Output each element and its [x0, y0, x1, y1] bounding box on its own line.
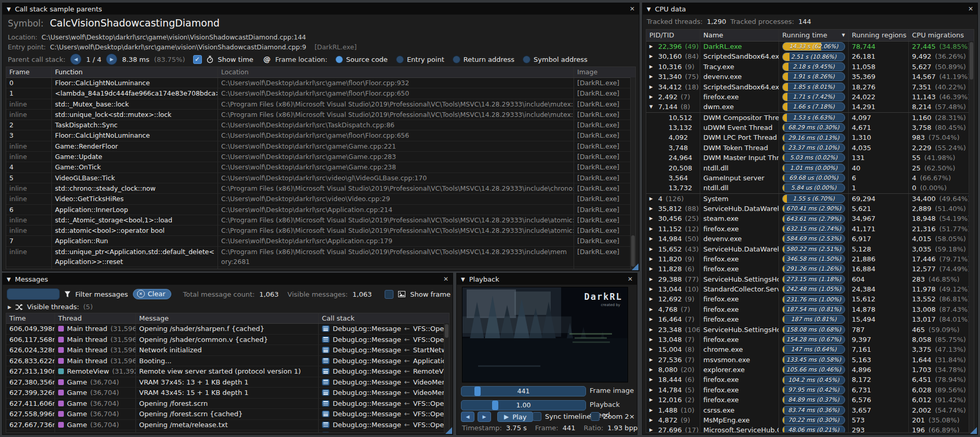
expand-icon[interactable]: ▶: [649, 194, 655, 204]
cpu-process-row[interactable]: ▶13,044(10)StandardCollector.Servic242.4…: [646, 284, 974, 294]
resize-grip[interactable]: [632, 263, 638, 270]
cpu-process-row[interactable]: ▶18,444(6)firefox.exe104.2 ms (0.45%)8,1…: [646, 375, 974, 385]
clear-button[interactable]: ✕ Clear: [133, 289, 171, 299]
expand-icon[interactable]: ▶: [649, 244, 655, 254]
resize-grip[interactable]: [445, 427, 452, 434]
expand-icon[interactable]: ▶: [649, 92, 655, 102]
expand-icon[interactable]: ▶: [649, 425, 655, 433]
expand-icon[interactable]: ▶: [649, 325, 655, 335]
cpu-process-row[interactable]: ▶11,152(12)firefox.exe632.15 ms (2.74%)4…: [646, 224, 974, 234]
call-stack-row[interactable]: inlinestd::_Atomic_storage<bool,1>::load…: [6, 215, 635, 226]
call-stack-cell[interactable]: DebugLog::Message←VFS::Open: [319, 409, 449, 419]
call-stack-cell[interactable]: DebugLog::Message←Application:: [319, 356, 449, 366]
expand-icon[interactable]: ▶: [649, 214, 655, 223]
cpu-process-row[interactable]: ▶13,048(7)firefox.exe154.28 ms (0.67%)9,…: [646, 335, 974, 345]
col-header-time[interactable]: Time: [6, 313, 55, 323]
call-stack-row[interactable]: inlinestd::chrono::steady_clock::nowC:\P…: [6, 183, 635, 194]
call-stack-row[interactable]: inlinestd::unique_ptr<Application,std::d…: [6, 247, 635, 268]
message-row[interactable]: 627,831,246nsGame(36,704)Intro menu load…: [6, 430, 449, 433]
expand-icon[interactable]: ▶: [649, 345, 655, 354]
col-header-function[interactable]: Function: [52, 67, 218, 77]
cpu-process-row[interactable]: ▶29,388(77)ServiceHub.SettingsHost273.15…: [646, 274, 974, 284]
show-time-checkbox[interactable]: ✓: [193, 55, 202, 64]
cpu-process-row[interactable]: ▶22,396(49)DarkRL.exe14.33 s (62.06%)78,…: [646, 42, 974, 51]
cpu-process-row[interactable]: ▶16,464(7)firefox.exe187 ms (0.81%)15,49…: [646, 314, 974, 324]
col-header-frame[interactable]: Frame: [6, 67, 52, 77]
expand-icon[interactable]: ▶: [649, 365, 655, 375]
frame-location-radio[interactable]: [523, 56, 530, 63]
close-icon[interactable]: ✕: [443, 275, 448, 283]
expand-icon[interactable]: ▶: [649, 72, 655, 82]
expand-icon[interactable]: ▶: [649, 274, 655, 284]
expand-icon[interactable]: ▶: [649, 405, 655, 415]
call-stack-row[interactable]: 1<lambda_84a19dc444fae966ca174e83e708bdc…: [6, 88, 635, 99]
call-stack-row[interactable]: inlineGame::UpdateC:\Users\wolf\Desktop\…: [6, 152, 635, 162]
prev-call-stack-button[interactable]: ◀: [70, 54, 81, 65]
col-header-image[interactable]: Image: [574, 67, 635, 77]
cpu-process-row[interactable]: 4,092DWM LPC Port Thread29.16 ms (0.13%)…: [646, 133, 974, 142]
message-row[interactable]: 626,833,622nsMain thread(31,596)Booting.…: [6, 356, 449, 367]
message-row[interactable]: 627,411,606nsGame(36,704)Opening /forest…: [6, 399, 449, 409]
expand-icon[interactable]: ▶: [649, 335, 655, 345]
cpu-process-row[interactable]: 3,564GameInput server69.68 us (0.00%)64(…: [646, 173, 974, 183]
message-row[interactable]: 606,117,568nsMain thread(31,596)Opening …: [6, 335, 449, 346]
cpu-process-row[interactable]: 13,132uDWM Event Thread68.29 ms (0.30%)4…: [646, 123, 974, 133]
call-stack-row[interactable]: 6Application::InnerLoopC:\Users\wolf\Des…: [6, 205, 635, 215]
cpu-process-row[interactable]: ▶4,872(9)MsMpEng.exe70.22 ms (0.30%)5732…: [646, 415, 974, 425]
sync-timeline-checkbox[interactable]: [533, 412, 541, 421]
expand-icon[interactable]: ▶: [649, 51, 655, 61]
cpu-process-row[interactable]: ▶23,348(106)ServiceHub.SettingsHost158.0…: [646, 325, 974, 335]
col-header-pid-tid[interactable]: PID/TID: [646, 30, 700, 41]
cpu-process-row[interactable]: ▶14,784(5)firefox.exe97.95 ms (0.42%)6,7…: [646, 385, 974, 395]
expand-icon[interactable]: ▶: [649, 395, 655, 405]
step-forward-button[interactable]: ▶: [478, 412, 491, 422]
expand-icon[interactable]: ▼: [649, 102, 655, 112]
collapse-icon[interactable]: ▼: [7, 6, 11, 12]
collapse-icon[interactable]: ▼: [461, 276, 465, 282]
cpu-scrollbar[interactable]: [969, 41, 974, 432]
call-stack-row[interactable]: inlinestd::unique_lock<std::mutex>::lock…: [6, 110, 635, 120]
col-header-message[interactable]: Message: [136, 313, 319, 323]
cpu-process-row[interactable]: ▶1,488(10)csrss.exe83.74 ms (0.36%)3,657…: [646, 405, 974, 415]
cpu-process-row[interactable]: ▶14,984(50)devenv.exe584.69 ms (2.53%)6,…: [646, 234, 974, 244]
expand-icon[interactable]: ▶: [649, 224, 655, 234]
cpu-process-row[interactable]: ▼7,144(8)dwm.exe1.66 s (7.18%)14,2918,21…: [646, 102, 974, 112]
expand-icon[interactable]: ▶: [649, 82, 655, 92]
zoom-2x-checkbox[interactable]: [591, 412, 600, 421]
call-stack-cell[interactable]: DebugLog::Message←VFS::Open: [319, 324, 449, 334]
playback-speed-slider[interactable]: 1.00: [461, 400, 586, 410]
col-header-thread[interactable]: Thread: [55, 313, 136, 323]
col-header-location[interactable]: Location: [218, 67, 574, 77]
call-stack-cell[interactable]: DebugLog::Message←VFS::Open: [319, 420, 449, 430]
cpu-process-row[interactable]: ▶35,812(88)ServiceHub.DataWarehou670.41 …: [646, 204, 974, 214]
cpu-process-row[interactable]: ▶10,316(9)Tracy.exe2.18 s (9.45%)11,0585…: [646, 62, 974, 72]
expand-icon[interactable]: ▶: [649, 375, 655, 385]
message-row[interactable]: 627,399,326nsGame(36,704)VRAM 43x45: 15 …: [6, 388, 449, 399]
expand-icon[interactable]: ▶: [649, 42, 655, 51]
call-stack-cell[interactable]: DebugLog::Message←StartNetwo: [319, 345, 449, 355]
frame-location-radio[interactable]: [396, 56, 404, 63]
messages-scrollbar[interactable]: [444, 323, 449, 432]
expand-icon[interactable]: ▶: [649, 294, 655, 304]
close-icon[interactable]: ✕: [630, 5, 635, 12]
cpu-process-row[interactable]: 20,508ntdll.dll1.01 ms (0.00%)4025(62.50…: [646, 163, 974, 173]
call-stack-cell[interactable]: DebugLog::Message←VFS::Open: [319, 335, 449, 345]
call-stack-cell[interactable]: DebugLog::Message←VideoMemo: [319, 388, 449, 398]
cpu-process-row[interactable]: ▶2,492(7)firefox.exe1.71 s (7.42%)24,022…: [646, 92, 974, 102]
cpu-process-row[interactable]: ▶11,820(9)firefox.exe346.58 ms (1.50%)21…: [646, 254, 974, 264]
message-row[interactable]: 606,049,398nsMain thread(31,596)Opening …: [6, 324, 449, 335]
cpu-process-row[interactable]: ▶31,340(75)devenv.exe1.91 s (8.26%)35,36…: [646, 72, 974, 82]
col-header-running-regions[interactable]: Running regions: [849, 30, 909, 41]
next-call-stack-button[interactable]: ▶: [106, 54, 117, 65]
call-stack-cell[interactable]: DebugLog::Message←RemoteVie: [319, 366, 449, 377]
expand-icon[interactable]: ▶: [649, 254, 655, 264]
play-button[interactable]: ▶ Play: [497, 412, 533, 422]
expand-icon[interactable]: ▶: [649, 415, 655, 425]
call-stack-cell[interactable]: DebugLog::Message←IntroMenu::: [319, 430, 449, 433]
cpu-process-row[interactable]: 10,512DWM Compositor Thread1.53 s (6.63%…: [646, 112, 974, 123]
expand-icon[interactable]: ▶: [649, 62, 655, 72]
expand-icon[interactable]: ▶: [649, 385, 655, 395]
col-header-call-stack[interactable]: Call stack: [319, 313, 449, 323]
collapse-icon[interactable]: ▼: [647, 6, 651, 12]
expand-icon[interactable]: ▶: [649, 204, 655, 214]
